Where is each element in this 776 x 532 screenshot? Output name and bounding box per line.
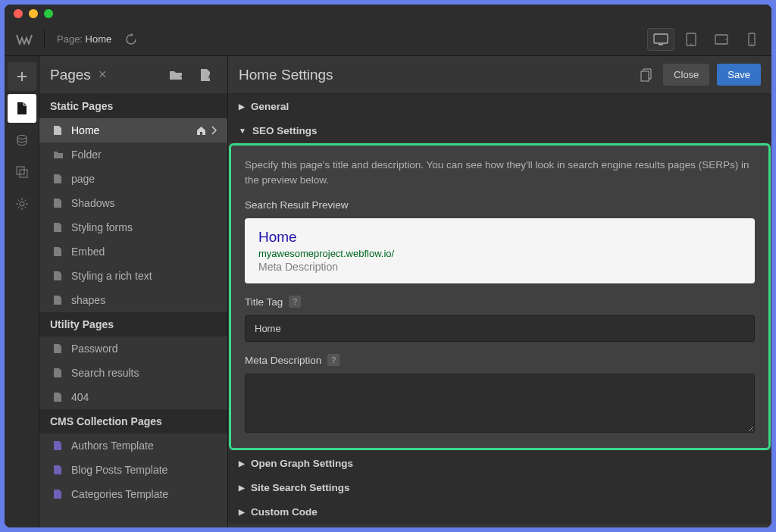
search-preview-box: Home myawesomeproject.webflow.io/ Meta D… [245, 218, 755, 283]
cms-nav-button[interactable] [8, 126, 36, 155]
seo-settings-section: Specify this page's title and descriptio… [229, 143, 771, 450]
triangle-down-icon: ▼ [239, 127, 246, 135]
device-tablet-button[interactable] [677, 28, 705, 51]
help-icon[interactable]: ? [327, 354, 340, 366]
page-item-folder[interactable]: Folder [39, 142, 227, 167]
copy-icon[interactable] [637, 65, 656, 85]
general-section-header[interactable]: ▶General [228, 95, 771, 118]
page-icon [53, 271, 64, 281]
page-icon [53, 174, 64, 184]
template-icon [53, 440, 64, 451]
page-icon [53, 198, 64, 208]
page-item[interactable]: Search results [39, 361, 227, 385]
pages-panel-title: Pages × [50, 67, 106, 83]
seo-section-header[interactable]: ▼SEO Settings [228, 119, 771, 142]
page-label: Page: Home [51, 33, 111, 45]
triangle-right-icon: ▶ [239, 459, 245, 468]
page-item[interactable]: Styling forms [39, 215, 227, 239]
pages-nav-button[interactable] [8, 94, 36, 123]
static-pages-header: Static Pages [39, 94, 227, 118]
chevron-right-icon [211, 126, 217, 135]
page-item[interactable]: 404 [39, 385, 227, 409]
template-icon [53, 465, 64, 475]
app-window: Page: Home Pages × + + [5, 5, 771, 527]
page-item[interactable]: shapes [39, 288, 227, 312]
utility-pages-header: Utility Pages [39, 312, 227, 336]
logo[interactable] [11, 26, 38, 53]
svg-point-5 [725, 39, 727, 40]
page-item[interactable]: Shadows [39, 191, 227, 215]
svg-rect-0 [654, 34, 668, 43]
triangle-right-icon: ▶ [239, 483, 245, 492]
window-close[interactable] [14, 9, 23, 18]
triangle-right-icon: ▶ [239, 102, 245, 111]
save-button[interactable]: Save [717, 64, 761, 86]
preview-url: myawesomeproject.webflow.io/ [258, 248, 741, 259]
preview-meta: Meta Description [258, 261, 741, 273]
svg-text:+: + [180, 72, 184, 80]
settings-title: Home Settings [239, 67, 333, 83]
svg-rect-10 [20, 170, 27, 177]
device-mobile-button[interactable] [738, 28, 765, 51]
home-icon [196, 126, 206, 136]
window-minimize[interactable] [29, 9, 38, 18]
preview-title: Home [258, 229, 741, 246]
device-desktop-button[interactable] [647, 28, 674, 51]
cms-pages-header: CMS Collection Pages [39, 409, 227, 433]
svg-rect-14 [641, 71, 649, 81]
page-item[interactable]: Embed [39, 239, 227, 264]
page-icon [53, 295, 64, 305]
settings-nav-button[interactable] [8, 189, 36, 218]
nav-rail [5, 56, 39, 527]
refresh-icon[interactable] [125, 33, 137, 45]
page-item-home[interactable]: Home [39, 118, 227, 142]
svg-point-8 [17, 136, 27, 139]
page-item[interactable]: Blog Posts Template [39, 458, 227, 482]
page-item[interactable]: Password [39, 336, 227, 361]
device-tablet-landscape-button[interactable] [708, 28, 735, 51]
help-icon[interactable]: ? [289, 296, 301, 308]
page-item[interactable]: page [39, 167, 227, 191]
svg-rect-1 [659, 44, 663, 45]
seo-description-text: Specify this page's title and descriptio… [245, 158, 755, 187]
svg-text:+: + [208, 73, 211, 81]
template-icon [53, 489, 64, 499]
page-icon [53, 392, 64, 402]
page-item[interactable]: Authors Template [39, 433, 227, 458]
search-section-header[interactable]: ▶Site Search Settings [228, 476, 771, 499]
svg-point-11 [20, 202, 24, 206]
titlebar [5, 5, 771, 23]
page-item[interactable]: Categories Template [39, 482, 227, 506]
new-page-button[interactable]: + [194, 64, 217, 86]
window-maximize[interactable] [44, 9, 53, 18]
pages-panel: Pages × + + Static Pages Home Folder pag… [39, 56, 228, 527]
close-button[interactable]: Close [663, 64, 709, 86]
settings-panel: Home Settings Close Save ▶General ▼SEO S… [228, 56, 771, 527]
page-item[interactable]: Styling a rich text [39, 264, 227, 288]
meta-description-label: Meta Description ? [245, 354, 755, 366]
title-tag-label: Title Tag ? [245, 296, 755, 308]
topbar: Page: Home [5, 23, 771, 56]
svg-rect-9 [17, 167, 24, 174]
close-panel-icon[interactable]: × [99, 67, 107, 83]
meta-description-input[interactable] [245, 374, 755, 433]
preview-label: Search Result Preview [245, 199, 755, 211]
folder-icon [53, 150, 64, 159]
new-folder-button[interactable]: + [165, 64, 188, 86]
page-icon [53, 246, 64, 257]
svg-point-7 [751, 43, 753, 45]
title-tag-input[interactable] [245, 315, 755, 342]
triangle-right-icon: ▶ [239, 508, 245, 516]
page-icon [53, 222, 64, 233]
assets-nav-button[interactable] [8, 158, 36, 186]
page-icon [53, 368, 64, 378]
svg-point-3 [690, 43, 692, 45]
og-section-header[interactable]: ▶Open Graph Settings [228, 452, 771, 475]
page-icon [53, 343, 64, 354]
custom-code-section-header[interactable]: ▶Custom Code [228, 500, 771, 524]
page-icon [53, 125, 64, 136]
add-element-button[interactable] [8, 62, 36, 91]
